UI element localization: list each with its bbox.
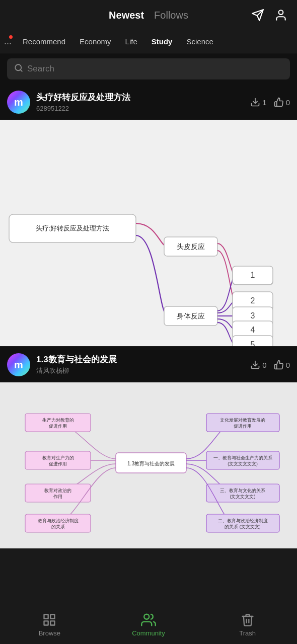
svg-text:促进作用: 促进作用 — [49, 461, 67, 466]
follows-tab[interactable]: Follows — [154, 10, 188, 21]
svg-rect-65 — [25, 451, 91, 469]
svg-rect-62 — [25, 414, 91, 432]
svg-text:头疗:好转反应及处理方法: 头疗:好转反应及处理方法 — [36, 224, 110, 232]
svg-rect-68 — [25, 484, 91, 502]
category-science[interactable]: Science — [179, 35, 220, 48]
svg-rect-77 — [206, 451, 279, 469]
post1-title[interactable]: 头疗好转反应及处理方法 — [36, 92, 244, 103]
more-categories-button[interactable]: ... — [4, 36, 12, 47]
category-study[interactable]: Study — [144, 35, 180, 48]
post1-actions: 1 0 — [250, 97, 290, 107]
svg-text:5: 5 — [251, 340, 255, 346]
svg-text:(文文文文文): (文文文文文) — [230, 494, 256, 499]
svg-text:生产力对教育的: 生产力对教育的 — [42, 418, 74, 423]
search-icon — [14, 63, 23, 74]
post2-author: 清风吹杨柳 — [36, 366, 244, 375]
post1-avatar: m — [7, 91, 30, 114]
trash-label: Trash — [239, 629, 256, 637]
post1-meta: 头疗好转反应及处理方法 628951222 — [36, 92, 244, 112]
mindmap2-svg: 1.3教育与社会的发展 生产力对教育的 促进作用 教育对生产力的 促进作用 教育… — [0, 382, 297, 548]
post2-like-button[interactable]: 0 — [274, 360, 290, 370]
header-tabs: Newest Follows — [109, 10, 188, 21]
header-icons — [250, 7, 289, 23]
svg-text:1.3教育与社会的发展: 1.3教育与社会的发展 — [127, 461, 175, 466]
svg-text:教育对政治的: 教育对政治的 — [44, 488, 71, 493]
bottom-nav: Browse Community Trash — [0, 605, 297, 644]
mindmap2-area[interactable]: 1.3教育与社会的发展 生产力对教育的 促进作用 教育对生产力的 促进作用 教育… — [0, 382, 297, 548]
svg-text:教育对生产力的: 教育对生产力的 — [42, 455, 74, 460]
browse-icon — [42, 612, 57, 627]
post-card-1: m 头疗好转反应及处理方法 628951222 1 0 — [0, 85, 297, 346]
svg-text:促进作用: 促进作用 — [49, 424, 67, 429]
svg-text:的关系: 的关系 — [51, 524, 65, 529]
search-input[interactable] — [27, 64, 283, 74]
svg-text:1: 1 — [251, 271, 255, 279]
svg-text:三、教育与文化的关系: 三、教育与文化的关系 — [220, 488, 265, 493]
notification-indicator — [9, 35, 13, 39]
post2-download-count: 0 — [262, 361, 266, 369]
post2-like-count: 0 — [286, 361, 290, 369]
svg-line-4 — [20, 69, 22, 71]
post2-avatar: m — [7, 353, 30, 376]
community-label: Community — [132, 629, 165, 637]
post2-meta: 1.3教育与社会的发展 清风吹杨柳 — [36, 354, 244, 375]
svg-text:作用: 作用 — [53, 494, 62, 499]
svg-text:身体反应: 身体反应 — [177, 312, 205, 320]
svg-rect-83 — [206, 514, 279, 532]
svg-point-2 — [279, 10, 283, 15]
svg-rect-71 — [25, 514, 91, 532]
post1-header: m 头疗好转反应及处理方法 628951222 1 0 — [0, 85, 297, 120]
browse-label: Browse — [39, 629, 60, 637]
category-economy[interactable]: Economy — [72, 35, 118, 48]
svg-text:4: 4 — [251, 326, 255, 334]
svg-rect-88 — [44, 621, 48, 625]
community-icon — [141, 612, 156, 627]
post1-author: 628951222 — [36, 105, 244, 112]
svg-text:(文文文文文文): (文文文文文文) — [228, 461, 258, 466]
post2-title[interactable]: 1.3教育与社会的发展 — [36, 354, 244, 365]
post1-like-count: 0 — [286, 98, 290, 107]
svg-point-90 — [144, 614, 149, 619]
svg-text:教育与政治经济制度: 教育与政治经济制度 — [38, 518, 79, 523]
post1-download-count: 1 — [262, 98, 266, 107]
nav-browse[interactable]: Browse — [0, 612, 99, 637]
category-bar: ... Recommend Economy Life Study Science — [0, 30, 297, 53]
post-card-2: m 1.3教育与社会的发展 清风吹杨柳 0 0 — [0, 347, 297, 548]
svg-rect-74 — [206, 414, 279, 432]
mindmap1-area[interactable]: 头疗:好转反应及处理方法 头皮反应 1 2 身体反应 1 — [0, 120, 297, 346]
nav-community[interactable]: Community — [99, 612, 198, 637]
mindmap1-final: 头疗:好转反应及处理方法 头皮反应 1 2 身体反应 — [0, 120, 297, 346]
send-icon[interactable] — [250, 7, 266, 23]
trash-icon — [240, 612, 255, 627]
svg-rect-80 — [206, 484, 279, 502]
svg-text:3: 3 — [251, 311, 255, 320]
category-life[interactable]: Life — [118, 35, 144, 48]
post2-download-button[interactable]: 0 — [250, 360, 266, 370]
svg-rect-86 — [44, 615, 48, 619]
svg-text:促进作用: 促进作用 — [234, 424, 252, 429]
svg-text:的关系 (文文文文): 的关系 (文文文文) — [225, 524, 260, 529]
post2-header: m 1.3教育与社会的发展 清风吹杨柳 0 0 — [0, 347, 297, 382]
profile-icon[interactable] — [273, 7, 289, 23]
post1-download-button[interactable]: 1 — [250, 97, 266, 107]
svg-text:一、教育与社会生产力的关系: 一、教育与社会生产力的关系 — [213, 455, 272, 460]
svg-rect-89 — [51, 621, 55, 625]
svg-text:2: 2 — [251, 296, 255, 305]
nav-trash[interactable]: Trash — [198, 612, 297, 637]
svg-text:二、教育与政治经济制度: 二、教育与政治经济制度 — [218, 518, 268, 523]
post2-actions: 0 0 — [250, 360, 290, 370]
svg-rect-87 — [51, 615, 55, 619]
newest-tab[interactable]: Newest — [109, 10, 144, 21]
search-input-wrap[interactable] — [7, 58, 290, 79]
search-bar — [0, 53, 297, 85]
app-header: Newest Follows — [0, 0, 297, 30]
svg-text:文化发展对教育发展的: 文化发展对教育发展的 — [220, 418, 265, 423]
svg-text:头皮反应: 头皮反应 — [177, 243, 205, 251]
post1-like-button[interactable]: 0 — [274, 97, 290, 107]
category-recommend[interactable]: Recommend — [16, 35, 72, 48]
